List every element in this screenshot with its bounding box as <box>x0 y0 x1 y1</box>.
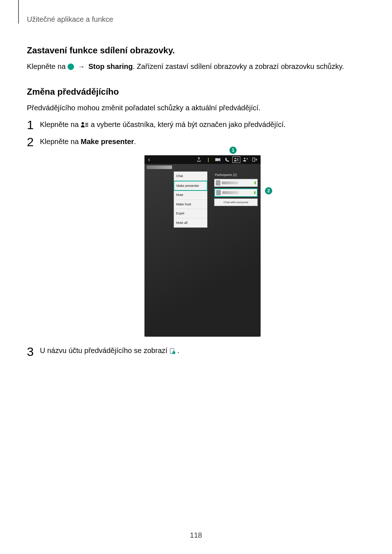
svg-rect-11 <box>247 158 247 160</box>
bold-make-presenter: Make presenter <box>81 138 134 145</box>
bold-stop-sharing: Stop sharing <box>88 62 132 70</box>
marker-2: 2 <box>265 187 272 194</box>
back-icon[interactable]: ‹ <box>146 156 152 164</box>
svg-point-0 <box>82 122 84 124</box>
text: Klepněte na <box>40 120 81 128</box>
share-circle-icon <box>68 63 74 70</box>
svg-rect-4 <box>215 158 219 161</box>
meeting-name-blur <box>147 165 172 169</box>
menu-make-presenter[interactable]: Make presenter <box>173 181 208 191</box>
svg-rect-12 <box>253 158 255 161</box>
device-icon <box>216 180 220 185</box>
share-icon[interactable] <box>195 156 203 163</box>
chat-everyone-button[interactable]: Chat with everyone <box>214 198 258 206</box>
svg-point-5 <box>234 158 236 159</box>
context-menu: Chat Make presenter Mute Make host Expel… <box>173 171 208 228</box>
step-3: U názvu účtu předvádějícího se zobrazí . <box>27 345 365 357</box>
arrow: → <box>78 61 85 71</box>
participants-icon <box>81 120 89 131</box>
exit-icon[interactable] <box>250 156 259 163</box>
participants-panel: Participants (2) <box>214 171 258 206</box>
svg-point-9 <box>244 158 245 159</box>
svg-rect-3 <box>85 126 88 127</box>
text: . <box>134 138 136 145</box>
text: a vyberte účastníka, který má být označe… <box>91 120 286 128</box>
participant-row-selected[interactable] <box>214 188 258 197</box>
text: Klepněte na <box>40 138 81 145</box>
phone-screenshot: ‹ ❙ <box>144 155 261 337</box>
svg-rect-8 <box>237 160 238 161</box>
step-2: Klepněte na Make presenter. 1 2 3 ‹ <box>27 136 365 337</box>
phone-topbar: ‹ ❙ <box>144 155 261 164</box>
section1-heading: Zastavení funkce sdílení obrazovky. <box>27 45 365 56</box>
text: . <box>177 346 179 354</box>
screenshot-wrap: 1 2 3 ‹ ❙ <box>40 155 365 337</box>
participant-name-blur <box>222 181 238 184</box>
text: . Zařízení zastaví sdílení obrazovky a z… <box>133 62 344 70</box>
phone-icon[interactable] <box>223 156 232 163</box>
presenter-device-icon <box>170 347 175 357</box>
participants-header: Participants (2) <box>214 171 258 179</box>
text: U názvu účtu předvádějícího se zobrazí <box>40 346 170 354</box>
side-rule <box>18 0 19 24</box>
running-head: Užitečné aplikace a funkce <box>27 15 365 24</box>
menu-mute-all[interactable]: Mute all <box>174 218 207 227</box>
mic-icon[interactable]: ❙ <box>204 156 213 163</box>
page-number: 118 <box>0 531 392 539</box>
svg-rect-6 <box>237 158 238 159</box>
section1-paragraph: Klepněte na → Stop sharing. Zařízení zas… <box>27 61 365 71</box>
menu-chat[interactable]: Chat <box>174 172 207 181</box>
video-icon[interactable] <box>213 156 222 163</box>
marker-1: 1 <box>229 147 237 154</box>
svg-point-14 <box>172 351 175 354</box>
menu-mute[interactable]: Mute <box>174 190 207 200</box>
menu-make-host[interactable]: Make host <box>174 200 207 209</box>
shot-area: 1 2 3 ‹ ❙ <box>134 155 271 337</box>
menu-expel[interactable]: Expel <box>174 209 207 218</box>
section2-heading: Změna předvádějícího <box>27 87 365 97</box>
section2-intro: Předvádějícího mohou změnit pořadatel sc… <box>27 103 365 113</box>
text: Klepněte na <box>27 62 68 70</box>
participants-icon-button[interactable] <box>232 156 240 163</box>
participant-name-blur <box>222 191 239 194</box>
mic-status-icon <box>254 181 256 184</box>
svg-rect-1 <box>85 123 88 124</box>
step-1: Klepněte na a vyberte účastníka, který m… <box>27 119 365 131</box>
device-icon <box>216 190 221 195</box>
step-list: Klepněte na a vyberte účastníka, který m… <box>27 119 365 357</box>
add-user-icon[interactable] <box>241 156 250 163</box>
participant-row[interactable] <box>214 179 258 187</box>
svg-rect-2 <box>85 124 88 125</box>
svg-rect-7 <box>237 159 238 160</box>
mic-status-icon <box>254 191 256 194</box>
